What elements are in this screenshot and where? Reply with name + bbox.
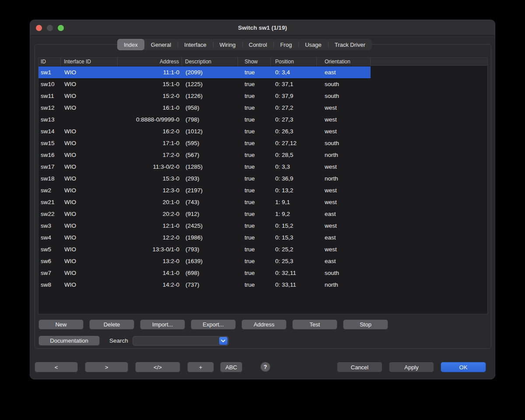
cell-position: 0: 27,3 [271, 116, 317, 123]
cell-address: 11:1-0 [118, 69, 182, 76]
cell-show: true [238, 140, 271, 146]
prev-button[interactable]: < [35, 362, 78, 372]
cell-orientation: west [317, 128, 371, 135]
table-row[interactable]: sw6 WIO 13:2-0 (1639) true 0: 25,3 east [38, 255, 371, 267]
add-button[interactable]: + [187, 362, 214, 372]
table-row[interactable]: sw10 WIO 15:1-0 (1225) true 0: 37,1 sout… [38, 78, 371, 90]
documentation-button[interactable]: Documentation [38, 336, 100, 346]
tab[interactable]: Control [242, 39, 274, 50]
tab[interactable]: Index [117, 39, 144, 50]
cell-show: true [238, 152, 271, 158]
cell-description: (2099) [182, 69, 238, 76]
cell-show: true [238, 128, 271, 135]
cell-orientation: east [317, 234, 371, 241]
table-row[interactable]: sw21 WIO 20:1-0 (743) true 1: 9,1 west [38, 196, 371, 208]
cell-position: 0: 15,2 [271, 222, 317, 229]
column-header[interactable]: Description [182, 58, 238, 66]
cell-address: 12:3-0 [118, 187, 182, 194]
cell-address: 0:8888-0/9999-0 [118, 116, 182, 123]
column-header[interactable]: Show [238, 58, 271, 66]
table-row[interactable]: sw8 WIO 14:2-0 (737) true 0: 33,11 north [38, 279, 371, 291]
abc-button[interactable]: ABC [220, 362, 242, 372]
cell-orientation: north [317, 281, 371, 288]
action-button[interactable]: Delete [89, 319, 134, 330]
cell-show: true [238, 211, 271, 217]
table-row[interactable]: sw13 0:8888-0/9999-0 (798) true 0: 27,3 … [38, 114, 371, 125]
cell-address: 14:1-0 [118, 270, 182, 276]
ok-button[interactable]: OK [441, 362, 486, 372]
table-row[interactable]: sw15 WIO 17:1-0 (595) true 0: 27,12 sout… [38, 137, 371, 149]
table-row[interactable]: sw5 WIO 13:3-0/1-0 (793) true 0: 25,2 we… [38, 243, 371, 255]
cell-show: true [238, 93, 271, 99]
action-button[interactable]: Import... [140, 319, 185, 330]
column-header[interactable]: Interface ID [61, 58, 118, 66]
tab[interactable]: Usage [298, 39, 328, 50]
cell-description: (2425) [182, 222, 238, 229]
cell-id: sw4 [38, 234, 61, 241]
next-button[interactable]: > [85, 362, 128, 372]
combo-dropdown-button[interactable] [219, 337, 228, 345]
cell-id: sw1 [38, 69, 61, 76]
action-button[interactable]: Address [242, 319, 287, 330]
cell-id: sw6 [38, 258, 61, 264]
tab[interactable]: Interface [178, 39, 213, 50]
cell-orientation: west [317, 246, 371, 253]
cell-interface-id: WIO [61, 93, 118, 99]
cell-orientation: south [317, 81, 371, 87]
table-row[interactable]: sw1 WIO 11:1-0 (2099) true 0: 3,4 east [38, 66, 371, 78]
cell-interface-id: WIO [61, 128, 118, 135]
table-row[interactable]: sw11 WIO 15:2-0 (1226) true 0: 37,9 sout… [38, 90, 371, 102]
cell-id: sw18 [38, 175, 61, 182]
cell-description: (1226) [182, 93, 238, 99]
table-row[interactable]: sw4 WIO 12:2-0 (1986) true 0: 15,3 east [38, 232, 371, 243]
title-bar: Switch sw1 (1/19) [30, 20, 495, 35]
search-input[interactable] [135, 337, 217, 345]
apply-button[interactable]: Apply [389, 362, 434, 372]
cell-description: (1986) [182, 234, 238, 241]
help-button[interactable]: ? [260, 362, 270, 372]
cell-orientation: west [317, 187, 371, 194]
table-row[interactable]: sw14 WIO 16:2-0 (1012) true 0: 26,3 west [38, 125, 371, 137]
cell-orientation: west [317, 163, 371, 170]
cell-position: 0: 32,11 [271, 270, 317, 276]
table-row[interactable]: sw17 WIO 11:3-0/2-0 (1285) true 0: 3,3 w… [38, 161, 371, 173]
cell-orientation: west [317, 104, 371, 111]
tab[interactable]: General [144, 39, 178, 50]
table-row[interactable]: sw22 WIO 20:2-0 (912) true 1: 9,2 east [38, 208, 371, 220]
table-row[interactable]: sw12 WIO 16:1-0 (958) true 0: 27,2 west [38, 102, 371, 114]
cell-position: 1: 9,2 [271, 211, 317, 217]
action-button[interactable]: Test [292, 319, 337, 330]
column-header[interactable]: Position [271, 58, 317, 66]
tab[interactable]: Track Driver [328, 39, 372, 50]
cancel-button[interactable]: Cancel [337, 362, 382, 372]
cell-description: (595) [182, 140, 238, 146]
tab[interactable]: Wiring [213, 39, 242, 50]
table-row[interactable]: sw7 WIO 14:1-0 (698) true 0: 32,11 south [38, 267, 371, 279]
action-button[interactable]: Export... [191, 319, 236, 330]
column-header[interactable]: ID [38, 58, 61, 66]
cell-position: 0: 28,5 [271, 152, 317, 158]
table-row[interactable]: sw3 WIO 12:1-0 (2425) true 0: 15,2 west [38, 220, 371, 232]
tab[interactable]: Frog [273, 39, 298, 50]
cell-address: 15:1-0 [118, 81, 182, 87]
action-button[interactable]: Stop [343, 319, 388, 330]
cell-description: (1225) [182, 81, 238, 87]
switch-table: IDInterface IDAddressDescriptionShowPosi… [38, 58, 487, 314]
action-button[interactable]: New [38, 319, 84, 330]
table-row[interactable]: sw16 WIO 17:2-0 (567) true 0: 28,5 north [38, 149, 371, 161]
table-row[interactable]: sw18 WIO 15:3-0 (293) true 0: 36,9 north [38, 173, 371, 184]
code-button[interactable]: </> [135, 362, 180, 372]
column-header[interactable]: Address [118, 58, 182, 66]
table-row[interactable]: sw2 WIO 12:3-0 (2197) true 0: 13,2 west [38, 184, 371, 196]
cell-position: 0: 15,3 [271, 234, 317, 241]
cell-show: true [238, 175, 271, 182]
cell-interface-id: WIO [61, 163, 118, 170]
cell-position: 0: 13,2 [271, 187, 317, 194]
cell-id: sw11 [38, 93, 61, 99]
cell-id: sw15 [38, 140, 61, 146]
cell-id: sw17 [38, 163, 61, 170]
cell-address: 20:2-0 [118, 211, 182, 217]
column-header[interactable]: Orientation [317, 58, 371, 66]
cell-show: true [238, 270, 271, 276]
search-combobox[interactable] [133, 336, 229, 346]
